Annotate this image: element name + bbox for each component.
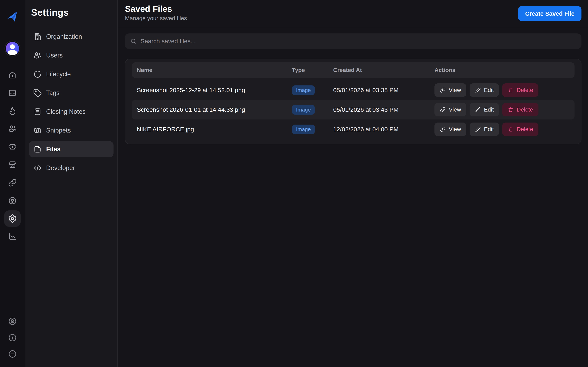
sidebar-item-organization[interactable]: Organization [29,29,113,45]
sidebar-item-label: Snippets [46,127,71,134]
type-badge: Image [292,125,315,134]
plug-icon[interactable] [4,192,21,209]
edit-button[interactable]: Edit [470,83,499,97]
lifecycle-icon [33,70,42,79]
info-icon[interactable] [8,333,17,342]
action-label: View [449,87,461,93]
search-row [118,27,588,49]
trash-icon [508,107,514,113]
action-label: View [449,126,461,133]
action-label: Delete [517,126,533,133]
sidebar-item-files[interactable]: Files [29,141,113,157]
table-row[interactable]: Screenshot 2025-12-29 at 14.52.01.png Im… [132,80,575,100]
users-icon[interactable] [4,121,21,137]
link-icon [440,87,446,93]
inbox-icon[interactable] [4,85,21,101]
column-header-name: Name [137,67,292,73]
chart-icon[interactable] [4,228,21,245]
sidebar-item-label: Lifecycle [46,71,71,78]
created-at: 05/01/2026 at 03:38 PM [333,87,434,94]
pencil-icon [475,107,481,113]
link-icon [440,126,446,132]
column-header-type: Type [292,67,333,73]
table-row[interactable]: NIKE AIRFORCE.jpg Image 12/02/2026 at 04… [132,119,575,139]
type-badge: Image [292,85,315,95]
view-button[interactable]: View [434,103,466,117]
sidebar-item-label: Files [46,146,61,153]
rail-bottom-nav [8,317,17,359]
row-actions: ViewEditDelete [434,103,570,117]
file-name: Screenshot 2025-12-29 at 14.52.01.png [137,87,292,94]
minus-circle-icon[interactable] [8,349,17,359]
pencil-icon [475,126,481,132]
view-button[interactable]: View [434,83,466,97]
search-icon [130,38,137,45]
pencil-icon [475,87,481,93]
table-row[interactable]: Screenshot 2026-01-01 at 14.44.33.png Im… [132,100,575,119]
sidebar-title: Settings [25,0,117,18]
users-icon [33,51,42,60]
link-icon [440,107,446,113]
app-window: Settings Organization Users Lifecycle Ta… [0,0,588,367]
file-name: Screenshot 2026-01-01 at 14.44.33.png [137,106,292,113]
column-header-actions: Actions [434,67,570,73]
main-content: Saved Files Manage your saved files Crea… [118,0,588,367]
tag-icon [33,89,42,98]
type-badge: Image [292,105,315,115]
sidebar-item-developer[interactable]: Developer [29,160,113,176]
sidebar-item-label: Developer [46,164,75,172]
user-circle-icon[interactable] [8,317,17,326]
home-icon[interactable] [4,67,21,83]
page-header: Saved Files Manage your saved files Crea… [118,0,588,27]
view-button[interactable]: View [434,123,466,136]
settings-sidebar: Settings Organization Users Lifecycle Ta… [25,0,118,367]
paper-plane-logo[interactable] [6,11,18,24]
sidebar-item-label: Users [46,52,63,59]
sidebar-nav: Organization Users Lifecycle Tags Closin… [25,29,117,176]
ticket-icon[interactable] [4,139,21,155]
link-icon[interactable] [4,175,21,191]
flame-icon[interactable] [4,103,21,119]
snippets-icon [33,126,42,135]
action-label: Edit [484,126,494,133]
sidebar-item-users[interactable]: Users [29,47,113,64]
table-header-row: Name Type Created At Actions [132,62,575,78]
file-name: NIKE AIRFORCE.jpg [137,126,292,133]
icon-rail [0,0,25,367]
created-at: 05/01/2026 at 03:43 PM [333,106,434,113]
delete-button[interactable]: Delete [502,123,538,136]
create-saved-file-button[interactable]: Create Saved File [518,6,581,21]
action-label: Edit [484,106,494,113]
table-body: Screenshot 2025-12-29 at 14.52.01.png Im… [132,80,575,139]
row-actions: ViewEditDelete [434,123,570,136]
delete-button[interactable]: Delete [502,83,538,97]
action-label: Edit [484,87,494,93]
store-icon[interactable] [4,157,21,173]
edit-button[interactable]: Edit [470,123,499,136]
page-subtitle: Manage your saved files [125,15,187,22]
rail-nav [4,67,21,245]
sidebar-item-tags[interactable]: Tags [29,85,113,101]
building-icon [33,32,42,41]
search-input[interactable] [140,38,577,45]
column-header-created-at: Created At [333,67,434,73]
sidebar-item-closing-notes[interactable]: Closing Notes [29,104,113,120]
sidebar-item-label: Closing Notes [46,108,86,115]
delete-button[interactable]: Delete [502,103,538,117]
edit-button[interactable]: Edit [470,103,499,117]
user-avatar[interactable] [4,40,21,57]
created-at: 12/02/2026 at 04:00 PM [333,126,434,133]
trash-icon [508,87,514,93]
gear-icon[interactable] [4,210,21,227]
sidebar-item-lifecycle[interactable]: Lifecycle [29,66,113,82]
sidebar-item-snippets[interactable]: Snippets [29,122,113,139]
action-label: Delete [517,87,533,93]
developer-icon [33,164,42,173]
files-icon [33,145,42,154]
search-box[interactable] [125,33,581,49]
saved-files-table: Name Type Created At Actions Screenshot … [125,59,581,144]
page-title: Saved Files [125,4,187,14]
trash-icon [508,126,514,132]
action-label: Delete [517,106,533,113]
sidebar-item-label: Tags [46,89,60,97]
